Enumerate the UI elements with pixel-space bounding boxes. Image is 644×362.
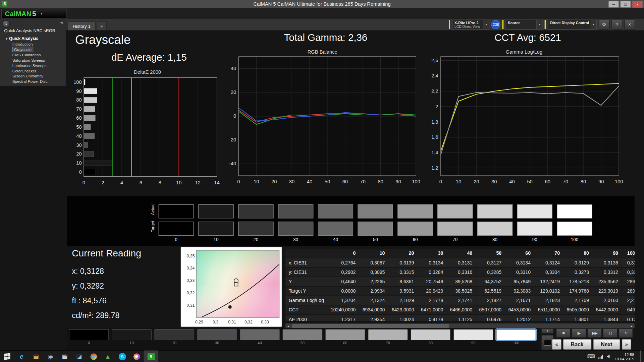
svg-text:0: 0	[233, 113, 236, 119]
table-cell: 2,1823	[534, 296, 563, 305]
source-selector[interactable]: Source ▼	[506, 20, 543, 29]
target-swatch-30	[278, 222, 313, 236]
svg-text:0: 0	[237, 179, 240, 184]
back-button[interactable]: Back	[563, 339, 591, 350]
expander-icon: ▾	[6, 37, 7, 41]
pattern-level-60-button[interactable]	[325, 329, 365, 340]
fast-forward-button[interactable]: ▶▶	[587, 328, 602, 338]
pattern-level-50-button[interactable]	[282, 329, 322, 340]
scrollbar-thumb[interactable]	[292, 324, 449, 328]
volume-icon[interactable]	[607, 354, 611, 358]
settings-button[interactable]: ⚙	[599, 20, 609, 29]
photos-icon: ◪	[76, 353, 82, 360]
calman-icon: 5	[147, 353, 155, 360]
table-cell: 1,3801	[563, 315, 592, 321]
sidebar-group-quick-analysis[interactable]: ▾Quick Analysis	[0, 35, 66, 42]
start-button[interactable]	[0, 351, 14, 362]
google-drive-icon[interactable]: ▲	[101, 351, 115, 362]
stop-button[interactable]: ■	[556, 328, 571, 338]
sidebar-back-button[interactable]: ◄	[2, 20, 10, 27]
pattern-level-80-button[interactable]	[411, 329, 450, 340]
sidebar-item-saturation-sweeps[interactable]: Saturation Sweeps	[0, 57, 66, 63]
record-button[interactable]: ◎	[603, 328, 618, 338]
pattern-level-40-button[interactable]	[240, 329, 280, 340]
help-button[interactable]: ?	[611, 20, 622, 29]
maximize-button[interactable]: □	[620, 1, 631, 8]
svg-text:70: 70	[360, 179, 366, 184]
show-desktop-button[interactable]	[640, 351, 643, 362]
svg-text:10: 10	[254, 179, 259, 184]
actual-swatch-100	[557, 204, 592, 219]
apps-grid-icon[interactable]: ▦	[57, 351, 72, 362]
sidebar-item-grayscale[interactable]: Grayscale	[0, 47, 66, 52]
scroll-right-button[interactable]: ►	[629, 324, 635, 327]
sidebar-item-luminance-sweeps[interactable]: Luminance Sweeps	[0, 63, 66, 68]
tab-history-1[interactable]: History 1	[67, 21, 96, 31]
svg-text:60: 60	[545, 179, 550, 184]
svg-text:50: 50	[76, 124, 82, 130]
table-column-header: 60	[505, 249, 534, 258]
pattern-level-20-button[interactable]	[154, 329, 194, 340]
pattern-cell: 50	[282, 329, 322, 346]
internet-explorer-icon[interactable]: e	[14, 351, 29, 362]
minimize-button[interactable]: ─	[608, 1, 619, 8]
pattern-level-70-button[interactable]	[368, 329, 408, 340]
skype-icon[interactable]: S	[115, 351, 129, 362]
next-chevron-button[interactable]: »	[622, 339, 631, 350]
pattern-level-10-button[interactable]	[112, 329, 152, 340]
pattern-strip-collapse-button[interactable]: ▲	[541, 328, 554, 334]
table-cell: 20,9429	[417, 286, 446, 296]
sidebar-item-colorchecker[interactable]: ColorChecker	[0, 68, 66, 73]
app-icon[interactable]: ◉	[43, 351, 58, 362]
network-icon[interactable]	[599, 354, 603, 358]
sidebar-collapse-button[interactable]: ◄	[60, 20, 63, 24]
play-button[interactable]: ▶	[572, 328, 586, 338]
calman-logo-menu[interactable]: CalMAN 5 ▼	[1, 9, 67, 19]
photos-icon[interactable]: ◪	[72, 351, 86, 362]
chrome-icon[interactable]	[86, 351, 101, 362]
file-explorer-icon[interactable]: ▤	[29, 351, 43, 362]
pattern-level-30-button[interactable]	[197, 329, 237, 340]
navigation-buttons: « Back Next »	[552, 339, 631, 350]
pattern-level-0-button[interactable]	[69, 329, 109, 340]
actual-swatch-80	[477, 204, 513, 219]
total-gamma-heading: Total Gamma: 2,36	[237, 32, 414, 44]
sidebar-item-introduction[interactable]: Introduction	[0, 42, 66, 47]
paint-icon[interactable]	[129, 351, 144, 362]
table-cell: 2,1829	[388, 296, 417, 305]
clock-date: 10.04.2015	[614, 356, 634, 361]
table-cell: 6934,0000	[359, 305, 388, 314]
pattern-level-label: 20	[154, 340, 194, 346]
add-tab-button[interactable]: +	[97, 21, 107, 31]
logo-version: 5	[32, 10, 36, 18]
meter-selector[interactable]: X-Rite i1Pro 2 LCD Direct View ▼	[452, 20, 489, 29]
swatch-level-label: 40	[318, 237, 353, 242]
table-cell: 235,3562	[592, 277, 622, 286]
loop-button[interactable]: ↻	[619, 328, 633, 338]
close-button[interactable]: ×	[632, 1, 643, 8]
taskbar-clock[interactable]: 12:58 10.04.2015	[614, 352, 634, 361]
sidebar-item-screen-uniformity[interactable]: Screen Uniformity	[0, 73, 66, 79]
back-chevron-button[interactable]: «	[552, 339, 561, 350]
sidebar-item-spectral-power-dist-[interactable]: Spectral Power Dist.	[0, 79, 66, 84]
svg-text:20: 20	[76, 151, 82, 157]
de-average-heading: dE Average: 1,15	[84, 52, 215, 63]
pattern-level-100-button[interactable]	[496, 329, 536, 340]
next-button[interactable]: Next	[593, 339, 620, 350]
pattern-level-90-button[interactable]	[453, 329, 493, 340]
table-cell: 0,3131	[446, 258, 476, 267]
keyboard-icon[interactable]: ⌨	[587, 353, 595, 359]
svg-text:50: 50	[527, 179, 532, 184]
scroll-left-button[interactable]: ◄	[285, 324, 291, 327]
table-cell: 0,3134	[505, 258, 534, 267]
workspace-close-button[interactable]: ×	[624, 20, 635, 29]
calman-icon[interactable]: 5	[144, 351, 158, 362]
results-table: 0102030405060708090100x: CIE310,27640,30…	[285, 249, 635, 321]
sidebar-item-cms-calibration[interactable]: CMS Calibration	[0, 52, 66, 58]
svg-text:40: 40	[307, 179, 312, 184]
table-cell: 0,2764	[330, 258, 359, 267]
display-control-selector[interactable]: Direct Display Control ▼	[548, 20, 597, 29]
table-cell: 6471,0000	[417, 305, 446, 314]
table-row: Gamma Log/Log1,37042,13242,18292,17782,1…	[285, 296, 635, 305]
table-row: y: CIE310,29020,30950,33150,32840,33160,…	[285, 267, 635, 277]
